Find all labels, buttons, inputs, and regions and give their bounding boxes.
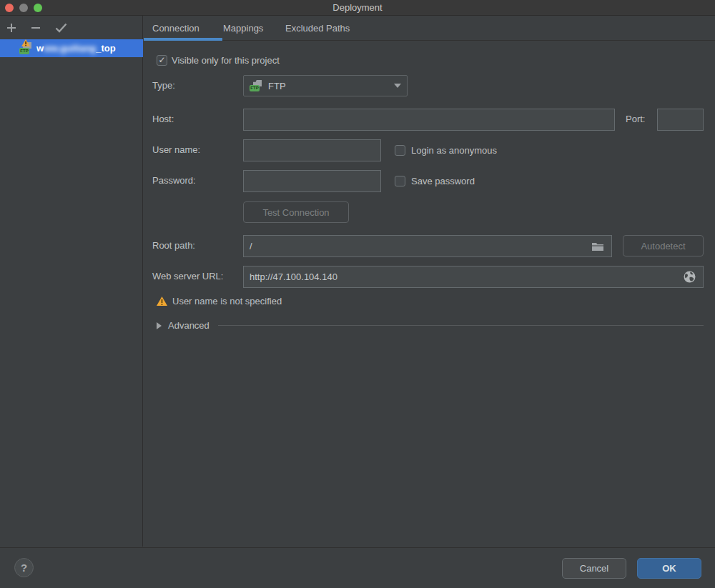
- tab-bar: Connection Mappings Excluded Paths: [144, 16, 715, 41]
- host-input[interactable]: [243, 109, 615, 131]
- server-name: www.guiliang_top: [36, 43, 116, 54]
- host-label: Host:: [152, 109, 174, 130]
- save-password-label: Save password: [411, 176, 475, 187]
- help-button[interactable]: ?: [14, 558, 34, 577]
- type-value: FTP: [268, 81, 394, 91]
- root-path-label: Root path:: [152, 235, 195, 256]
- advanced-section-toggle[interactable]: Advanced: [157, 320, 704, 331]
- type-label: Type:: [152, 75, 175, 96]
- warning-badge-icon: [21, 39, 30, 46]
- ftp-type-icon: FTP: [250, 80, 263, 91]
- ftp-server-icon: FTP: [19, 42, 33, 54]
- tab-connection[interactable]: Connection: [152, 16, 199, 41]
- web-server-url-label: Web server URL:: [152, 266, 223, 287]
- tab-mappings[interactable]: Mappings: [223, 16, 263, 41]
- advanced-separator: [218, 325, 704, 326]
- username-label: User name:: [152, 139, 200, 161]
- advanced-label: Advanced: [168, 320, 209, 331]
- visible-only-label: Visible only for this project: [172, 55, 280, 66]
- login-anonymous-checkbox[interactable]: [395, 145, 405, 156]
- remove-server-icon[interactable]: [28, 20, 44, 36]
- server-list-toolbar: [0, 16, 142, 39]
- chevron-down-icon: [394, 84, 401, 88]
- warning-icon: [157, 297, 167, 306]
- dialog-footer: ? Cancel OK: [0, 547, 715, 588]
- use-as-default-check-icon[interactable]: [53, 20, 69, 36]
- login-anonymous-label: Login as anonymous: [411, 145, 497, 156]
- server-list-item-selected[interactable]: FTP www.guiliang_top: [0, 39, 143, 57]
- server-list-panel: FTP www.guiliang_top: [0, 16, 143, 547]
- ok-button[interactable]: OK: [637, 558, 701, 579]
- password-label: Password:: [152, 170, 196, 191]
- test-connection-button[interactable]: Test Connection: [243, 201, 349, 223]
- root-path-input[interactable]: [243, 235, 612, 257]
- web-server-url-input[interactable]: [243, 266, 704, 288]
- add-server-icon[interactable]: [4, 20, 19, 36]
- port-label: Port:: [626, 109, 645, 130]
- active-tab-indicator: [144, 38, 222, 41]
- window-title: Deployment: [0, 0, 715, 16]
- warning-text: User name is not specified: [172, 296, 282, 307]
- save-password-checkbox[interactable]: [395, 176, 405, 186]
- autodetect-button[interactable]: Autodetect: [623, 235, 704, 256]
- globe-icon[interactable]: [684, 271, 696, 283]
- disclosure-triangle-icon: [157, 322, 162, 329]
- visible-only-checkbox[interactable]: ✓: [157, 55, 167, 66]
- type-combobox[interactable]: FTP FTP: [243, 75, 408, 96]
- validation-warning: User name is not specified: [157, 296, 282, 307]
- tab-excluded-paths[interactable]: Excluded Paths: [285, 16, 350, 41]
- password-input[interactable]: [243, 170, 381, 192]
- username-input[interactable]: [243, 139, 381, 161]
- deployment-dialog: Deployment FTP www: [0, 0, 715, 588]
- port-input[interactable]: [657, 109, 704, 131]
- cancel-button[interactable]: Cancel: [562, 558, 626, 579]
- title-bar: Deployment: [0, 0, 715, 16]
- folder-browse-icon[interactable]: [591, 241, 604, 252]
